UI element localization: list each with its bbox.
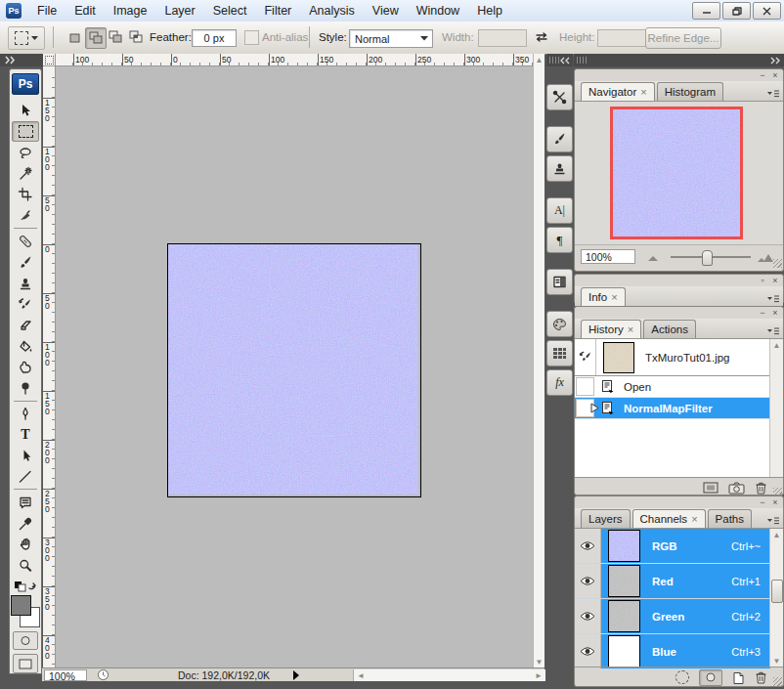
zoom-tool[interactable] [12, 555, 39, 576]
history-brush-source-cell[interactable] [575, 339, 596, 375]
tab-layers[interactable]: Layers [581, 509, 631, 528]
panel-resize-grip[interactable] [773, 677, 782, 686]
photoshop-logo-button[interactable]: Ps [12, 73, 39, 95]
line-tool[interactable] [12, 466, 39, 487]
visibility-toggle[interactable] [575, 599, 601, 633]
zoom-in-icon[interactable] [757, 252, 774, 263]
eraser-tool[interactable] [12, 315, 39, 335]
ruler-origin-corner[interactable] [43, 54, 56, 66]
magic-wand-tool[interactable] [12, 163, 39, 184]
feather-input[interactable]: 0 px [192, 29, 237, 47]
swap-dimensions-icon[interactable] [534, 31, 549, 43]
zoom-slider-thumb[interactable] [702, 250, 713, 266]
tool-preset-picker[interactable] [8, 26, 45, 50]
panel-minimize-button[interactable]: − [758, 498, 767, 507]
path-selection-tool[interactable] [12, 445, 39, 465]
scroll-up-arrow[interactable]: ▲ [770, 339, 783, 351]
panel-menu-icon[interactable] [766, 326, 780, 336]
panel-menu-icon[interactable] [766, 516, 780, 526]
tab-histogram[interactable]: Histogram [657, 82, 723, 101]
history-state-row[interactable]: Open [575, 376, 783, 398]
brushes-panel-button[interactable] [546, 126, 573, 152]
healing-brush-tool[interactable] [12, 231, 39, 251]
menu-filter[interactable]: Filter [255, 0, 300, 22]
panel-close-button[interactable]: × [770, 498, 780, 507]
new-selection-button[interactable] [65, 27, 84, 47]
clone-source-panel-button[interactable] [546, 155, 573, 182]
scroll-up-arrow[interactable]: ▲ [534, 54, 544, 65]
panel-dock-header[interactable] [574, 54, 784, 66]
scroll-right-arrow[interactable]: ► [535, 671, 543, 680]
menu-help[interactable]: Help [468, 0, 511, 22]
channels-scrollbar[interactable]: ▲ ▼ [769, 529, 783, 667]
restore-button[interactable] [722, 2, 751, 20]
screen-mode-button[interactable] [13, 654, 38, 673]
menu-select[interactable]: Select [204, 0, 256, 22]
clone-stamp-tool[interactable] [12, 273, 39, 293]
toolbox-collapse-header[interactable] [0, 54, 43, 66]
scroll-left-arrow[interactable]: ◄ [357, 671, 365, 680]
panel-close-button[interactable]: × [770, 277, 780, 285]
visibility-toggle[interactable] [575, 564, 601, 598]
panel-menu-icon[interactable] [766, 294, 780, 304]
notes-tool[interactable] [12, 492, 39, 512]
channel-row-rgb[interactable]: RGB Ctrl+~ [575, 529, 770, 564]
menu-view[interactable]: View [364, 0, 408, 22]
tool-presets-panel-button[interactable] [546, 84, 573, 110]
smudge-tool[interactable] [12, 357, 39, 377]
tab-history[interactable]: History× [581, 320, 641, 338]
visibility-toggle[interactable] [575, 529, 601, 563]
styles-panel-button[interactable]: fx [546, 369, 573, 396]
panel-close-button[interactable]: × [770, 71, 780, 80]
status-zoom-field[interactable]: 100% [44, 669, 87, 681]
rectangular-marquee-tool[interactable] [12, 121, 39, 142]
tab-info[interactable]: Info× [581, 287, 626, 306]
style-select[interactable]: Normal [349, 29, 433, 48]
swatches-panel-button[interactable] [546, 340, 573, 366]
menu-file[interactable]: File [28, 0, 65, 22]
status-menu-arrow[interactable] [293, 670, 299, 680]
channel-row-green[interactable]: Green Ctrl+2 [575, 599, 770, 634]
history-brush-tool[interactable] [12, 293, 39, 314]
icon-dock-header[interactable] [546, 54, 573, 66]
tab-navigator[interactable]: Navigator× [581, 82, 655, 101]
delete-trash-icon[interactable] [755, 481, 767, 495]
minimize-button[interactable] [692, 2, 720, 20]
tab-paths[interactable]: Paths [708, 509, 752, 528]
scrollbar-thumb[interactable] [771, 580, 783, 603]
refine-edge-button[interactable]: Refine Edge... [645, 27, 721, 49]
panel-menu-icon[interactable] [766, 89, 780, 99]
eyedropper-tool[interactable] [12, 513, 39, 534]
navigator-zoom-slider[interactable] [671, 256, 751, 258]
slice-tool[interactable] [12, 205, 39, 226]
tab-actions[interactable]: Actions [643, 320, 696, 338]
width-input[interactable] [478, 29, 527, 47]
close-button[interactable] [753, 2, 781, 20]
quick-mask-button[interactable] [13, 631, 38, 651]
panel-minimize-button[interactable]: − [758, 309, 767, 318]
height-input[interactable] [597, 29, 646, 47]
move-tool[interactable] [12, 100, 39, 120]
add-to-selection-button[interactable] [85, 27, 107, 49]
color-panel-button[interactable] [546, 311, 573, 337]
panel-close-button[interactable]: × [770, 309, 780, 318]
canvas-workspace[interactable] [56, 66, 533, 667]
hand-tool[interactable] [12, 534, 39, 554]
tab-close-icon[interactable]: × [640, 86, 646, 98]
delete-trash-icon[interactable] [755, 670, 767, 684]
new-document-from-state-icon[interactable] [703, 481, 719, 495]
canvas-vertical-scrollbar[interactable]: ▲ ▼ [533, 54, 544, 667]
menu-layer[interactable]: Layer [155, 0, 203, 22]
menu-analysis[interactable]: Analysis [300, 0, 364, 22]
lasso-tool[interactable] [12, 142, 39, 162]
document-image-normal-map[interactable] [167, 243, 421, 497]
paragraph-panel-button[interactable]: ¶ [546, 227, 573, 253]
channel-row-blue[interactable]: Blue Ctrl+3 [575, 634, 770, 669]
type-tool[interactable]: T [12, 424, 39, 445]
default-colors-icon[interactable] [13, 580, 38, 593]
paint-bucket-tool[interactable] [12, 335, 39, 356]
character-panel-button[interactable]: A| [546, 197, 573, 224]
intersect-selection-button[interactable] [126, 27, 146, 47]
tab-close-icon[interactable]: × [611, 291, 617, 303]
history-scrollbar[interactable]: ▲ [769, 339, 783, 477]
